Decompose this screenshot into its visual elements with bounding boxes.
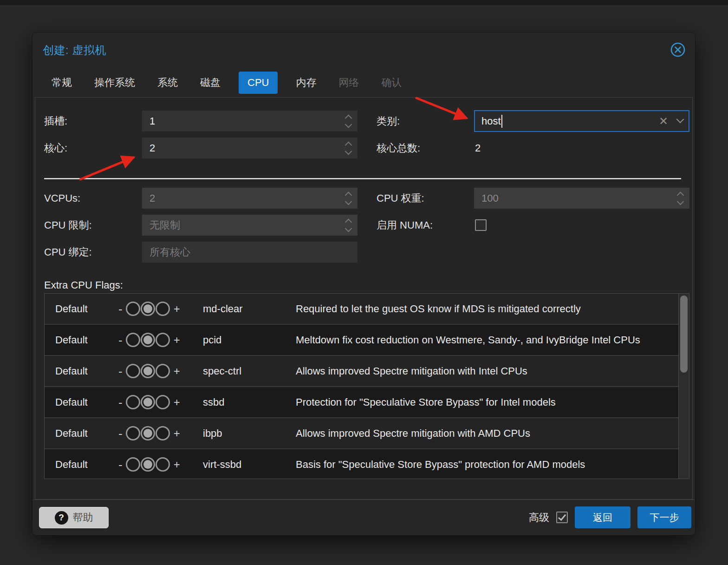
tristate-default-icon[interactable] xyxy=(141,333,155,347)
flag-description: Protection for "Speculative Store Bypass… xyxy=(296,395,642,409)
chevron-down-icon[interactable] xyxy=(676,115,684,123)
tristate-on-icon[interactable] xyxy=(156,457,170,472)
cpu-type-value: host xyxy=(481,115,501,127)
tristate-on-icon[interactable] xyxy=(156,395,170,409)
tristate-circles[interactable] xyxy=(126,395,170,409)
tristate-off-icon[interactable] xyxy=(126,364,140,378)
numa-label: 启用 NUMA: xyxy=(377,215,433,236)
flag-name: virt-ssbd xyxy=(203,459,296,471)
minus-icon[interactable]: - xyxy=(118,303,123,315)
spin-down-icon[interactable] xyxy=(345,120,352,128)
cores-value: 2 xyxy=(150,142,155,154)
tab-disks[interactable]: 磁盘 xyxy=(196,71,225,95)
tristate-circles[interactable] xyxy=(126,457,170,472)
plus-icon[interactable]: + xyxy=(174,459,180,470)
flag-description: Required to let the guest OS know if MDS… xyxy=(296,302,642,316)
tab-memory[interactable]: 内存 xyxy=(292,71,320,95)
cpu-type-combobox[interactable]: host ✕ xyxy=(474,110,689,132)
tristate-on-icon[interactable] xyxy=(156,333,170,347)
tristate-default-icon[interactable] xyxy=(141,364,155,378)
cpu-weight-label: CPU 权重: xyxy=(377,188,424,209)
plus-icon[interactable]: + xyxy=(174,303,180,315)
tristate-off-icon[interactable] xyxy=(126,426,140,440)
close-icon[interactable] xyxy=(670,42,686,58)
spin-down-icon xyxy=(677,197,684,205)
tab-cpu[interactable]: CPU xyxy=(239,72,278,94)
tristate-off-icon[interactable] xyxy=(126,457,140,472)
tab-general[interactable]: 常规 xyxy=(47,71,76,95)
tab-os[interactable]: 操作系统 xyxy=(90,71,139,95)
spinner-buttons[interactable] xyxy=(346,141,354,155)
sockets-value: 1 xyxy=(150,115,155,127)
tab-network: 网络 xyxy=(334,71,363,95)
spinner-buttons xyxy=(346,191,354,205)
tristate-circles[interactable] xyxy=(126,364,170,378)
spin-down-icon xyxy=(345,224,352,232)
cpu-type-label: 类别: xyxy=(377,111,400,131)
tristate-default-icon[interactable] xyxy=(141,426,155,440)
next-button[interactable]: 下一步 xyxy=(637,506,691,528)
flag-tristate-slider[interactable]: - + xyxy=(118,333,203,347)
clear-icon[interactable]: ✕ xyxy=(659,116,668,127)
tab-system[interactable]: 系统 xyxy=(153,71,182,95)
tristate-circles[interactable] xyxy=(126,333,170,347)
flag-tristate-slider[interactable]: - + xyxy=(118,364,203,378)
tristate-circles[interactable] xyxy=(126,426,170,440)
spin-down-icon[interactable] xyxy=(345,147,352,155)
scrollbar-track[interactable] xyxy=(678,294,689,479)
cpu-affinity-input[interactable]: 所有核心 xyxy=(142,242,358,263)
flag-tristate-slider[interactable]: - + xyxy=(118,302,203,316)
tristate-on-icon[interactable] xyxy=(156,364,170,378)
spin-down-icon xyxy=(345,197,352,205)
flag-default-label: Default xyxy=(55,365,118,377)
flag-name: ssbd xyxy=(203,396,296,408)
tristate-default-icon[interactable] xyxy=(141,302,155,316)
plus-icon[interactable]: + xyxy=(174,366,180,377)
minus-icon[interactable]: - xyxy=(118,334,123,346)
spinner-buttons xyxy=(678,191,686,205)
flag-default-label: Default xyxy=(55,427,118,440)
cpu-flag-row: Default - + ibpb Allows improved Spectre… xyxy=(45,418,678,449)
tristate-default-icon[interactable] xyxy=(141,457,155,472)
flag-default-label: Default xyxy=(55,303,118,315)
minus-icon[interactable]: - xyxy=(118,427,123,440)
tristate-on-icon[interactable] xyxy=(156,426,170,440)
cpu-flag-row: Default - + virt-ssbd Basis for "Specula… xyxy=(45,449,678,479)
tristate-on-icon[interactable] xyxy=(156,302,170,316)
create-vm-dialog: 创建: 虚拟机 常规操作系统系统磁盘CPU内存网络确认 插槽: 1 类别: ho… xyxy=(32,33,695,535)
minus-icon[interactable]: - xyxy=(118,459,123,471)
vcpus-spinner: 2 xyxy=(142,188,358,209)
flag-tristate-slider[interactable]: - + xyxy=(118,426,203,440)
numa-checkbox[interactable] xyxy=(475,219,487,231)
tristate-off-icon[interactable] xyxy=(126,302,140,316)
back-button[interactable]: 返回 xyxy=(575,506,630,528)
cpu-flags-rows: Default - + md-clear Required to let the… xyxy=(45,294,678,479)
tristate-off-icon[interactable] xyxy=(126,333,140,347)
flag-tristate-slider[interactable]: - + xyxy=(118,457,203,472)
tristate-off-icon[interactable] xyxy=(126,395,140,409)
minus-icon[interactable]: - xyxy=(118,365,123,377)
flag-description: Allows improved Spectre mitigation with … xyxy=(296,427,642,440)
dialog-footer: ? 帮助 高级 返回 下一步 xyxy=(32,499,695,535)
cpu-affinity-label: CPU 绑定: xyxy=(44,242,92,263)
section-divider xyxy=(44,178,681,179)
flag-tristate-slider[interactable]: - + xyxy=(118,395,203,409)
sockets-spinner[interactable]: 1 xyxy=(142,111,358,131)
spinner-buttons[interactable] xyxy=(346,114,354,128)
flag-name: ibpb xyxy=(203,427,296,440)
advanced-checkbox[interactable] xyxy=(556,512,568,523)
scrollbar-thumb[interactable] xyxy=(680,296,688,373)
cores-spinner[interactable]: 2 xyxy=(142,138,358,158)
plus-icon[interactable]: + xyxy=(174,397,180,408)
tristate-default-icon[interactable] xyxy=(141,395,155,409)
flag-default-label: Default xyxy=(55,459,118,471)
total-cores-value: 2 xyxy=(475,138,481,158)
plus-icon[interactable]: + xyxy=(174,335,180,346)
minus-icon[interactable]: - xyxy=(118,396,123,408)
tristate-circles[interactable] xyxy=(126,302,170,316)
flag-description: Meltdown fix cost reduction on Westmere,… xyxy=(296,333,642,347)
plus-icon[interactable]: + xyxy=(174,428,180,439)
help-button[interactable]: ? 帮助 xyxy=(39,507,109,528)
cpu-flag-row: Default - + ssbd Protection for "Specula… xyxy=(45,387,678,418)
cpu-flag-row: Default - + pcid Meltdown fix cost reduc… xyxy=(45,325,678,356)
